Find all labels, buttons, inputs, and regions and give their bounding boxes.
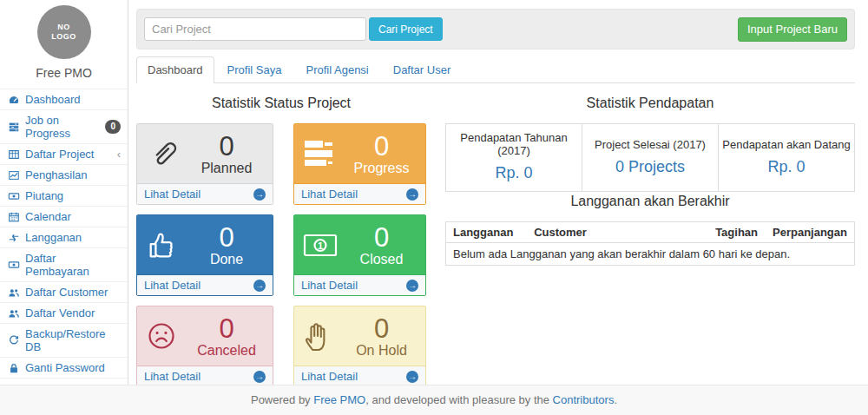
tab-bar: Dashboard Profil Saya Profil Agensi Daft…	[136, 56, 855, 83]
arrow-circle-right-icon: →	[253, 280, 266, 292]
main-area: Cari Project Input Project Baru Dashboar…	[136, 0, 855, 387]
calendar-icon	[7, 210, 20, 223]
search-button[interactable]: Cari Project	[369, 17, 443, 41]
input-project-baru-button[interactable]: Input Project Baru	[738, 17, 847, 42]
svg-text:1: 1	[318, 240, 323, 250]
sidebar-item-penghasilan[interactable]: Penghasilan	[0, 165, 128, 186]
sidebar: NO LOGO Free PMO Dashboard Job on Progre…	[0, 0, 128, 385]
card-closed: 1 0 Closed Lihat Detail →	[293, 214, 426, 296]
hand-stop-icon	[303, 319, 345, 352]
sidebar-item-label: Daftar Vendor	[25, 306, 95, 319]
onhold-detail-link[interactable]: Lihat Detail →	[294, 366, 425, 386]
sidebar-item-dashboard[interactable]: Dashboard	[0, 89, 128, 110]
canceled-label: Canceled	[187, 343, 266, 359]
footer-text: , and developed with pleasure by the	[365, 393, 552, 406]
stat-pendapatan-tahunan: Pendapatan Tahunan (2017) Rp. 0	[446, 124, 582, 192]
free-pmo-link[interactable]: Free PMO	[313, 393, 365, 406]
refresh-icon	[7, 334, 20, 347]
onhold-count: 0	[345, 314, 418, 343]
paperclip-icon	[146, 136, 187, 171]
planned-label: Planned	[187, 161, 266, 176]
sidebar-item-job-on-progress[interactable]: Job on Progress 0	[0, 110, 128, 144]
chevron-left-icon: ‹	[117, 148, 121, 160]
subscription-section-title: Langganan akan Berakhir	[445, 194, 855, 209]
sidebar-menu: Dashboard Job on Progress 0 Daftar Proje…	[0, 89, 128, 399]
arrow-circle-right-icon: →	[406, 280, 418, 292]
done-label: Done	[187, 252, 266, 267]
search-panel: Cari Project Input Project Baru	[136, 9, 855, 49]
sidebar-item-label: Penghasilan	[25, 168, 88, 181]
planned-detail-link[interactable]: Lihat Detail →	[137, 183, 273, 204]
sidebar-item-label: Piutang	[25, 189, 63, 202]
lock-icon	[7, 361, 20, 374]
contributors-link[interactable]: Contributors	[553, 393, 615, 406]
sidebar-item-ganti-password[interactable]: Ganti Password	[0, 358, 128, 379]
no-logo-badge: NO LOGO	[37, 5, 91, 59]
page-footer: Powered by Free PMO, and developed with …	[0, 385, 868, 415]
progress-count: 0	[345, 132, 418, 161]
progress-label: Progress	[345, 161, 418, 176]
canceled-count: 0	[187, 314, 266, 343]
sidebar-item-label: Langganan	[25, 231, 82, 244]
sidebar-item-langganan[interactable]: Langganan	[0, 227, 128, 248]
sidebar-item-label: Backup/Restore DB	[25, 327, 121, 353]
sidebar-item-daftar-pembayaran[interactable]: Daftar Pembayaran	[0, 248, 128, 282]
income-stats-table: Pendapatan Tahunan (2017) Rp. 0 Project …	[445, 123, 855, 192]
sidebar-item-backup-restore[interactable]: Backup/Restore DB	[0, 324, 128, 358]
tab-daftar-user[interactable]: Daftar User	[382, 56, 462, 83]
users-icon	[7, 286, 20, 299]
arrow-circle-right-icon: →	[253, 188, 266, 201]
sidebar-item-label: Daftar Customer	[25, 286, 108, 299]
closed-count: 0	[345, 223, 418, 252]
card-progress: 0 Progress Lihat Detail →	[293, 123, 426, 205]
tab-profil-agensi[interactable]: Profil Agensi	[294, 56, 379, 83]
status-section-title: Statistik Status Project	[136, 96, 426, 111]
canceled-detail-link[interactable]: Lihat Detail →	[137, 366, 273, 386]
table-icon	[7, 148, 20, 161]
retweet-icon	[7, 231, 20, 244]
thumbs-up-icon	[146, 228, 187, 261]
sidebar-item-daftar-customer[interactable]: Daftar Customer	[0, 282, 128, 303]
tab-profil-saya[interactable]: Profil Saya	[216, 56, 293, 83]
arrow-circle-right-icon: →	[253, 371, 266, 383]
sidebar-item-label: Daftar Project	[25, 148, 94, 161]
sidebar-item-label: Ganti Password	[25, 361, 105, 374]
stat-pendapatan-akan-datang: Pendapatan akan Datang Rp. 0	[719, 124, 855, 192]
col-langganan: Langganan	[446, 222, 528, 243]
done-count: 0	[187, 223, 266, 252]
job-count-badge: 0	[105, 120, 121, 134]
money-icon	[7, 189, 20, 202]
footer-text: Powered by	[251, 393, 313, 406]
sidebar-item-label: Calendar	[25, 210, 71, 223]
progress-detail-link[interactable]: Lihat Detail →	[294, 183, 425, 204]
sidebar-item-piutang[interactable]: Piutang	[0, 186, 128, 207]
closed-label: Closed	[345, 252, 418, 267]
sidebar-item-daftar-project[interactable]: Daftar Project ‹	[0, 144, 128, 165]
footer-text: .	[614, 393, 617, 406]
dashboard-icon	[7, 93, 20, 106]
status-section: Statistik Status Project 0 Planned Lihat…	[136, 94, 426, 387]
income-section-title: Statistik Pendapatan	[445, 96, 855, 111]
income-section: Statistik Pendapatan Pendapatan Tahunan …	[445, 94, 855, 387]
tasks-icon	[303, 139, 345, 168]
money-bill-icon: 1	[303, 234, 345, 257]
sidebar-item-label: Job on Progress	[25, 114, 100, 140]
card-planned: 0 Planned Lihat Detail →	[136, 123, 273, 205]
stat-value: 0 Projects	[586, 158, 714, 176]
closed-detail-link[interactable]: Lihat Detail →	[294, 274, 425, 295]
empty-subscriptions-message: Belum ada Langganan yang akan berakhir d…	[446, 243, 855, 266]
sidebar-item-label: Daftar Pembayaran	[25, 252, 121, 278]
line-chart-icon	[7, 168, 20, 181]
col-tagihan: Tagihan	[708, 222, 766, 243]
stat-project-selesai: Project Selesai (2017) 0 Projects	[582, 124, 719, 192]
sidebar-item-calendar[interactable]: Calendar	[0, 207, 128, 227]
search-input[interactable]	[144, 17, 366, 41]
stat-value: Rp. 0	[450, 164, 578, 182]
col-customer: Customer	[527, 222, 708, 243]
tab-dashboard[interactable]: Dashboard	[136, 56, 214, 83]
money-icon	[7, 259, 20, 272]
sidebar-item-daftar-vendor[interactable]: Daftar Vendor	[0, 303, 128, 324]
logo-text-line2: LOGO	[51, 32, 76, 42]
subscription-table: Langganan Customer Tagihan Perpanjangan …	[445, 221, 855, 266]
done-detail-link[interactable]: Lihat Detail →	[137, 274, 273, 295]
